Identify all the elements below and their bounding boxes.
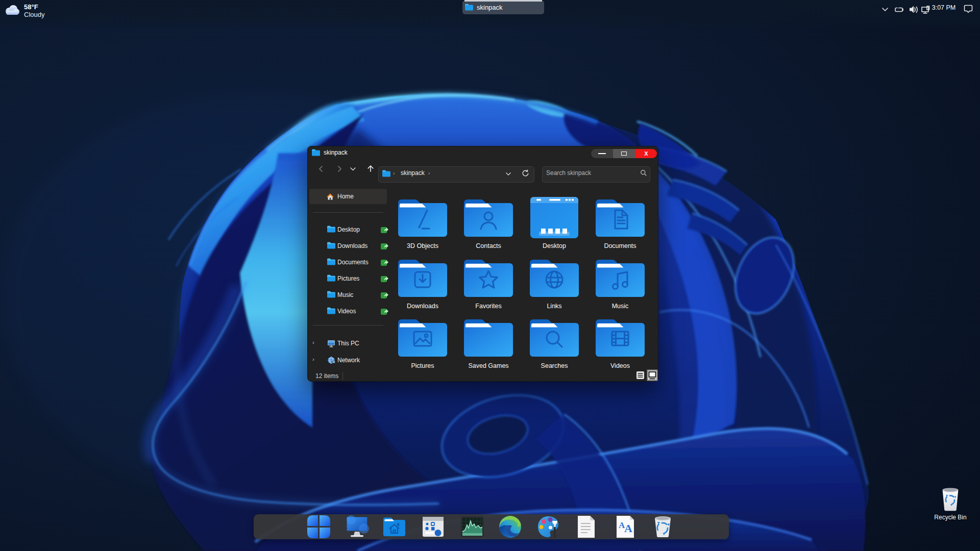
svg-text:A: A [624,522,632,535]
